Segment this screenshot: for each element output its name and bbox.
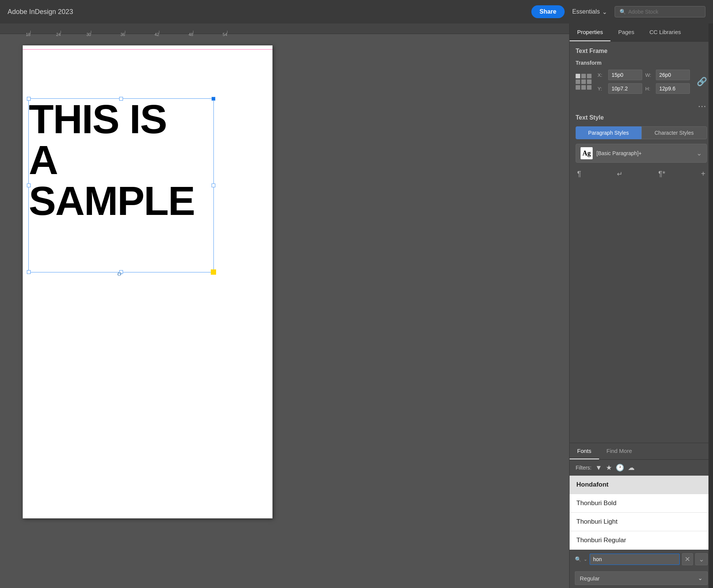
tab-properties[interactable]: Properties — [570, 23, 610, 41]
x-input[interactable] — [608, 70, 642, 80]
text-line-1: THIS IS A — [29, 99, 203, 180]
margin-guide — [23, 49, 272, 50]
font-item-thonburi-light[interactable]: Thonburi Light — [570, 513, 713, 531]
font-search-input[interactable] — [590, 554, 680, 565]
share-button[interactable]: Share — [531, 5, 565, 18]
thread-port[interactable]: o — [117, 268, 121, 278]
text-content-block: THIS IS A SAMPLE — [29, 99, 203, 221]
font-search-expand-button[interactable]: ⌄ — [695, 553, 708, 565]
text-frame[interactable]: THIS IS A SAMPLE o — [28, 98, 214, 272]
font-item-hondafont[interactable]: Hondafont — [570, 476, 713, 494]
overset-indicator[interactable] — [211, 269, 216, 275]
ruler-tick-30: 30 — [91, 31, 91, 34]
ag-preview: Ag — [581, 147, 593, 159]
font-search-row: 🔍 ⌄ ✕ ⌄ — [570, 550, 713, 568]
text-style-label: Text Style — [576, 114, 707, 121]
filter-funnel-icon[interactable]: ▼ — [595, 464, 602, 472]
ruler-tick-48: 48 — [193, 31, 193, 34]
font-item-thonburi-bold[interactable]: Thonburi Bold — [570, 494, 713, 513]
font-list: Hondafont Thonburi Bold Thonburi Light T… — [570, 476, 713, 550]
transform-fields: X: W: Y: H: — [598, 70, 693, 94]
panel-content: Text Frame Transform — [570, 42, 713, 443]
ruler-tick-24: 24 — [61, 31, 61, 34]
anchor-dot-2[interactable] — [581, 74, 586, 78]
adobe-stock-search[interactable]: 🔍 — [615, 6, 705, 17]
transform-row-x: X: W: — [598, 70, 693, 80]
handle-bottom-left[interactable] — [27, 270, 31, 274]
search-icon: 🔍 — [620, 9, 626, 15]
transform-label: Transform — [576, 60, 707, 66]
font-style-dropdown-arrow-icon: ⌄ — [698, 575, 703, 582]
tab-paragraph-styles[interactable]: Paragraph Styles — [576, 126, 641, 139]
ruler-tick-36: 36 — [125, 31, 125, 34]
anchor-dot-4[interactable] — [576, 79, 580, 84]
y-input[interactable] — [608, 83, 642, 94]
w-label: W: — [645, 72, 653, 78]
handle-top-right[interactable] — [212, 97, 215, 101]
filter-cloud-icon[interactable]: ☁ — [628, 464, 635, 472]
essentials-label: Essentials — [572, 8, 600, 15]
style-action-3[interactable]: ¶* — [657, 168, 667, 180]
main-layout: 18 24 30 36 42 48 — [0, 23, 713, 588]
font-style-dropdown[interactable]: Regular ⌄ — [575, 571, 708, 585]
right-panel: Properties Pages CC Libraries Text Frame… — [569, 23, 713, 588]
anchor-dot-1[interactable] — [576, 74, 580, 78]
style-action-2[interactable]: ↵ — [615, 168, 624, 180]
ruler-horizontal: 18 24 30 36 42 48 — [0, 23, 569, 34]
more-options-dots[interactable]: ⋯ — [576, 101, 707, 111]
tab-character-styles[interactable]: Character Styles — [641, 126, 707, 139]
tab-find-more[interactable]: Find More — [599, 443, 640, 459]
paragraph-mark-icon[interactable]: ¶ — [576, 168, 583, 180]
style-dropdown[interactable]: Ag [Basic Paragraph]+ ⌄ — [576, 144, 707, 163]
tab-fonts[interactable]: Fonts — [570, 443, 599, 459]
font-search-icon: 🔍 — [575, 556, 581, 562]
tab-pages[interactable]: Pages — [610, 23, 642, 41]
ruler-tick-18: 18 — [30, 31, 31, 34]
anchor-dot-9[interactable] — [587, 85, 592, 90]
transform-section: Transform — [576, 60, 707, 94]
chevron-down-icon: ⌄ — [602, 8, 607, 16]
lock-icon-area[interactable]: 🔗 — [697, 77, 707, 87]
top-bar: Adobe InDesign 2023 Share Essentials ⌄ 🔍 — [0, 0, 713, 23]
transform-grid: X: W: Y: H: � — [576, 70, 707, 94]
filters-label: Filters: — [576, 465, 592, 471]
dropdown-arrow-icon: ⌄ — [696, 149, 702, 157]
text-style-section: Text Style Paragraph Styles Character St… — [576, 114, 707, 181]
document-canvas[interactable]: Subject — [0, 34, 569, 588]
style-tabs: Paragraph Styles Character Styles — [576, 126, 707, 139]
new-style-icon[interactable]: + — [699, 168, 707, 180]
anchor-dot-5[interactable] — [581, 79, 586, 84]
ruler-tick-54: 54 — [227, 31, 227, 34]
ruler-tick-42: 42 — [159, 31, 159, 34]
style-actions: ¶ ↵ ¶* + — [576, 166, 707, 181]
essentials-button[interactable]: Essentials ⌄ — [572, 8, 607, 16]
filter-star-icon[interactable]: ★ — [606, 464, 612, 472]
x-label: X: — [598, 72, 605, 78]
anchor-dot-8[interactable] — [581, 85, 586, 90]
y-label: Y: — [598, 86, 605, 92]
font-search-clear-button[interactable]: ✕ — [682, 553, 693, 565]
handle-mid-right[interactable] — [212, 184, 215, 187]
font-item-thonburi-regular[interactable]: Thonburi Regular — [570, 531, 713, 550]
lock-icon: 🔗 — [697, 77, 707, 87]
anchor-grid[interactable] — [576, 74, 592, 90]
font-search-dropdown-icon[interactable]: ⌄ — [584, 557, 587, 562]
anchor-dot-7[interactable] — [576, 85, 580, 90]
page-wrapper: THIS IS A SAMPLE o — [23, 45, 272, 518]
transform-row-y: Y: H: — [598, 83, 693, 94]
anchor-dot-6[interactable] — [587, 79, 592, 84]
scrollbar[interactable] — [708, 23, 713, 588]
document-page: THIS IS A SAMPLE o — [23, 45, 272, 518]
fonts-section: Fonts Find More Filters: ▼ ★ 🕐 ☁ Hondafo… — [570, 443, 713, 588]
style-name: [Basic Paragraph]+ — [596, 150, 696, 156]
adobe-stock-input[interactable] — [628, 9, 701, 15]
panel-tabs: Properties Pages CC Libraries — [570, 23, 713, 42]
fonts-tabs: Fonts Find More — [570, 443, 713, 460]
section-title-text-frame: Text Frame — [576, 48, 707, 54]
tab-cc-libraries[interactable]: CC Libraries — [642, 23, 688, 41]
w-input[interactable] — [656, 70, 690, 80]
filter-clock-icon[interactable]: 🕐 — [616, 464, 624, 472]
h-input[interactable] — [656, 83, 690, 94]
text-line-2: SAMPLE — [29, 180, 203, 221]
anchor-dot-3[interactable] — [587, 74, 592, 78]
